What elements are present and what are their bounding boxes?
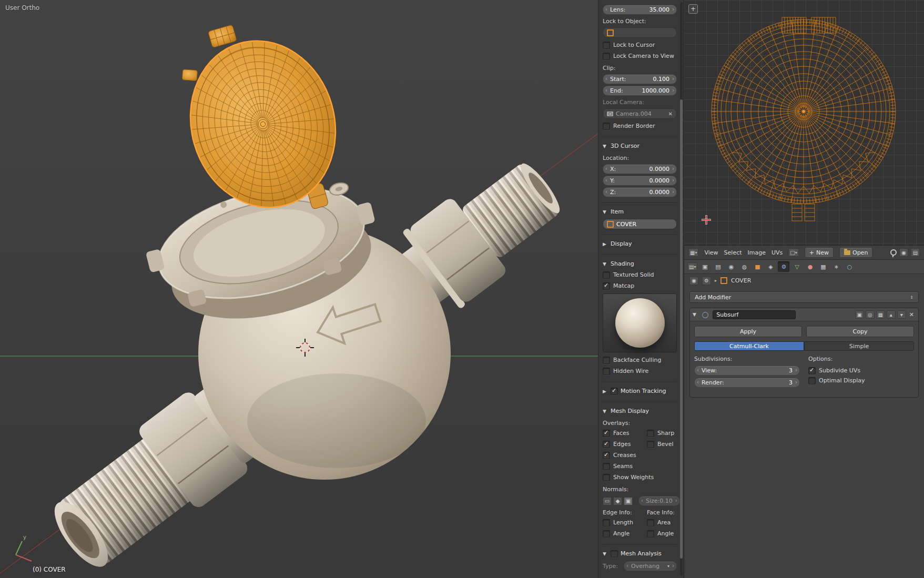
panel-header-item[interactable]: ▼ Item: [603, 206, 677, 217]
lock-to-cursor-checkbox[interactable]: Lock to Cursor: [603, 39, 677, 50]
menu-image[interactable]: Image: [748, 249, 766, 256]
open-image-button[interactable]: Open: [839, 247, 872, 258]
image-browse-button[interactable]: □ ▾: [788, 248, 798, 257]
apply-button[interactable]: Apply: [694, 326, 802, 337]
move-modifier-up-button[interactable]: ▴: [887, 310, 896, 319]
cursor-x-field[interactable]: X: 0.0000: [603, 164, 677, 174]
add-modifier-dropdown[interactable]: Add Modifier ↕: [689, 291, 919, 303]
modifier-name-field[interactable]: Subsurf: [713, 310, 796, 319]
clip-start-field[interactable]: Start: 0.100: [603, 74, 677, 84]
tab-render[interactable]: ▣: [699, 261, 710, 272]
checkbox-box[interactable]: [603, 282, 610, 290]
uv-snap-icon[interactable]: ◉: [899, 248, 908, 257]
checkbox-box[interactable]: [808, 377, 816, 384]
cursor-z-field[interactable]: Z: 0.0000: [603, 187, 677, 197]
lens-field[interactable]: Lens: 35.000: [603, 5, 677, 15]
water-meter-model[interactable]: [38, 4, 577, 578]
tab-world[interactable]: ◍: [738, 261, 750, 272]
modifier-header[interactable]: ▼ ◯ Subsurf ▣ ◎ ▦ ▴ ▾ ✕: [690, 308, 918, 321]
faces-checkbox[interactable]: Faces: [603, 428, 647, 439]
subdivide-uvs-checkbox[interactable]: Subdivide UVs: [808, 366, 914, 376]
optimal-display-checkbox[interactable]: Optimal Display: [808, 376, 914, 386]
checkbox-box[interactable]: [603, 123, 610, 130]
lock-object-field[interactable]: [603, 27, 677, 38]
panel-header-mesh-analysis[interactable]: ▼ Mesh Analysis: [603, 548, 677, 559]
tab-scene[interactable]: ◉: [725, 261, 737, 272]
panel-open-icon[interactable]: ▼: [693, 312, 698, 317]
breadcrumb-context-icon[interactable]: ⚙: [702, 277, 711, 285]
checkbox-box[interactable]: [603, 530, 610, 538]
checkbox-box[interactable]: [603, 368, 610, 375]
checkbox-box[interactable]: [603, 53, 610, 60]
editor-type-button[interactable]: ▤ ▾: [687, 262, 697, 271]
tab-object[interactable]: ■: [752, 261, 763, 272]
normals-size-field[interactable]: Size: 0.10: [638, 496, 680, 506]
checkbox-box[interactable]: [603, 463, 610, 470]
panel-header-shading[interactable]: ▼ Shading: [603, 258, 677, 269]
checkbox-box[interactable]: [603, 271, 610, 279]
pin-icon[interactable]: [890, 249, 897, 256]
local-camera-field[interactable]: Camera.004 ✕: [603, 108, 677, 119]
checkbox-box[interactable]: [603, 441, 610, 448]
catmull-clark-button[interactable]: Catmull-Clark: [694, 341, 804, 351]
item-name-field[interactable]: COVER: [603, 219, 677, 229]
checkbox-box[interactable]: [647, 441, 654, 448]
checkbox-box[interactable]: [647, 530, 654, 538]
uv-draw-other-icon[interactable]: ▤: [911, 248, 920, 257]
checkbox-box[interactable]: [808, 367, 816, 374]
textured-solid-checkbox[interactable]: Textured Solid: [603, 269, 677, 280]
lock-camera-checkbox[interactable]: Lock Camera to View: [603, 50, 677, 62]
tab-modifiers[interactable]: ⚙: [778, 261, 789, 272]
cursor-y-field[interactable]: Y: 0.0000: [603, 176, 677, 186]
checkbox-box[interactable]: [603, 452, 610, 459]
tab-texture[interactable]: ▦: [817, 261, 829, 272]
render-border-checkbox[interactable]: Render Border: [603, 120, 677, 131]
modifier-render-toggle[interactable]: ▣: [855, 310, 864, 319]
subdiv-render-field[interactable]: Render: 3: [694, 378, 800, 388]
face-angle-checkbox[interactable]: Angle: [647, 528, 677, 539]
uv-image-editor[interactable]: + ▦ ▾ View Select Image UVs □ ▾ + New Op…: [684, 0, 924, 259]
panel-header-mesh-display[interactable]: ▼ Mesh Display: [603, 405, 677, 417]
edges-checkbox[interactable]: Edges: [603, 439, 647, 450]
edge-angle-checkbox[interactable]: Angle: [603, 528, 647, 539]
motion-tracking-checkbox[interactable]: [611, 388, 618, 395]
matcap-checkbox[interactable]: Matcap: [603, 280, 677, 291]
mesh-analysis-checkbox[interactable]: [611, 550, 618, 557]
tab-physics[interactable]: ○: [844, 261, 855, 272]
seams-checkbox[interactable]: Seams: [603, 461, 677, 472]
panel-header-3d-cursor[interactable]: ▼ 3D Cursor: [603, 140, 677, 151]
menu-select[interactable]: Select: [724, 249, 742, 256]
region-expand-icon[interactable]: +: [688, 4, 698, 14]
edge-length-checkbox[interactable]: Length: [603, 517, 647, 528]
face-normals-toggle[interactable]: ▣: [624, 497, 633, 505]
checkbox-box[interactable]: [603, 42, 610, 49]
scrollbar-thumb[interactable]: [680, 99, 683, 559]
npanel-scrollbar[interactable]: [680, 2, 683, 576]
backface-culling-checkbox[interactable]: Backface Culling: [603, 354, 677, 366]
breadcrumb-pin-icon[interactable]: ◉: [689, 277, 698, 285]
delete-modifier-icon[interactable]: ✕: [908, 311, 916, 318]
clear-camera-icon[interactable]: ✕: [668, 111, 673, 117]
bevel-checkbox[interactable]: Bevel: [647, 439, 677, 450]
tab-material[interactable]: ●: [804, 261, 816, 272]
move-modifier-down-button[interactable]: ▾: [897, 310, 906, 319]
tab-render-layers[interactable]: ▤: [712, 261, 724, 272]
matcap-preview[interactable]: [603, 293, 677, 352]
show-weights-checkbox[interactable]: Show Weights: [603, 472, 677, 483]
checkbox-box[interactable]: [647, 430, 654, 437]
vertex-normals-toggle[interactable]: ▭: [603, 497, 612, 505]
tab-object-data[interactable]: ▽: [791, 261, 803, 272]
loose-normals-toggle[interactable]: ◆: [613, 497, 622, 505]
editor-type-button[interactable]: ▦ ▾: [688, 248, 698, 257]
checkbox-box[interactable]: [603, 357, 610, 364]
3d-viewport[interactable]: User Ortho (0) COVER y: [0, 0, 684, 578]
creases-checkbox[interactable]: Creases: [603, 450, 677, 461]
uv-2d-cursor[interactable]: [702, 216, 710, 224]
uv-canvas[interactable]: +: [684, 0, 924, 245]
panel-header-motion-tracking[interactable]: ▶ Motion Tracking: [603, 386, 677, 397]
face-area-checkbox[interactable]: Area: [647, 517, 677, 528]
subdiv-view-field[interactable]: View: 3: [694, 366, 800, 376]
menu-uvs[interactable]: UVs: [771, 249, 783, 256]
checkbox-box[interactable]: [647, 519, 654, 526]
checkbox-box[interactable]: [603, 474, 610, 481]
